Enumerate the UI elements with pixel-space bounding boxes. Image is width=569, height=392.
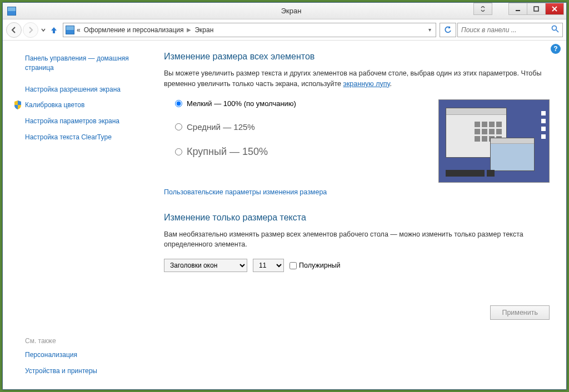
- maximize-icon: [533, 6, 539, 12]
- bold-checkbox-label[interactable]: Полужирный: [290, 262, 341, 269]
- radio-option-medium[interactable]: Средний — 125%: [175, 122, 438, 132]
- up-button[interactable]: [48, 24, 59, 36]
- sidebar-link-devices-printers[interactable]: Устройства и принтеры: [14, 363, 142, 379]
- arrow-up-icon: [49, 26, 58, 34]
- see-also-label: См. также: [14, 334, 142, 347]
- address-dropdown-icon[interactable]: ▾: [428, 27, 431, 33]
- close-button[interactable]: [545, 3, 564, 15]
- radio-medium-input[interactable]: [175, 123, 182, 130]
- navigation-bar: « Оформление и персонализация ▶ Экран ▾: [3, 19, 566, 41]
- search-input[interactable]: [461, 26, 551, 34]
- magnifier-link[interactable]: экранную лупу: [343, 80, 390, 88]
- svg-point-2: [552, 26, 557, 31]
- maximize-button[interactable]: [527, 3, 546, 15]
- sidebar-link-cleartype[interactable]: Настройка текста ClearType: [14, 129, 142, 145]
- preview-image: [438, 99, 550, 183]
- svg-rect-0: [516, 10, 520, 11]
- forward-button[interactable]: [23, 22, 38, 38]
- element-type-select[interactable]: Заголовки окон: [164, 259, 247, 272]
- breadcrumb: « Оформление и персонализация ▶ Экран: [77, 26, 213, 34]
- bold-checkbox[interactable]: [290, 262, 297, 269]
- section-description: Вы можете увеличить размер текста и друг…: [164, 68, 550, 89]
- size-radio-group: Мелкий — 100% (по умолчанию) Средний — 1…: [164, 99, 438, 172]
- breadcrumb-item-current[interactable]: Экран: [194, 26, 213, 34]
- section-title-resize-all: Изменение размера всех элементов: [164, 52, 550, 62]
- titlebar: Экран: [3, 3, 566, 19]
- help-button[interactable]: ?: [551, 44, 561, 54]
- search-box[interactable]: [457, 23, 563, 37]
- section-title-text-only: Изменение только размера текста: [164, 213, 550, 223]
- address-bar[interactable]: « Оформление и персонализация ▶ Экран ▾: [63, 23, 436, 37]
- history-dropdown[interactable]: [39, 24, 47, 36]
- sidebar-link-display-settings[interactable]: Настройка параметров экрана: [14, 113, 142, 129]
- sidebar-link-color-calibration[interactable]: Калибровка цветов: [14, 97, 142, 113]
- refresh-button[interactable]: [440, 23, 456, 37]
- minimize-button[interactable]: [508, 3, 527, 15]
- close-icon: [552, 6, 557, 12]
- sidebar-link-home[interactable]: Панель управления — домашняя страница: [14, 51, 142, 76]
- updown-icon: [480, 6, 486, 12]
- arrow-left-icon: [10, 26, 18, 34]
- font-size-select[interactable]: 11: [253, 259, 284, 272]
- breadcrumb-separator-icon: ▶: [187, 27, 191, 33]
- apply-row: Применить: [164, 305, 550, 320]
- breadcrumb-back-chevron[interactable]: «: [77, 26, 81, 34]
- text-size-controls: Заголовки окон 11 Полужирный: [164, 259, 550, 272]
- sidebar-link-resolution[interactable]: Настройка разрешения экрана: [14, 82, 142, 98]
- refresh-icon: [444, 26, 452, 34]
- sidebar-link-personalization[interactable]: Персонализация: [14, 347, 142, 363]
- section2-description: Вам необязательно изменять размер всех э…: [164, 229, 550, 250]
- body-area: ? Панель управления — домашняя страница …: [3, 41, 566, 389]
- location-icon: [66, 26, 74, 34]
- back-button[interactable]: [6, 22, 22, 38]
- radio-option-small[interactable]: Мелкий — 100% (по умолчанию): [175, 99, 438, 108]
- breadcrumb-item-parent[interactable]: Оформление и персонализация: [84, 26, 184, 34]
- custom-sizing-link[interactable]: Пользовательские параметры изменения раз…: [164, 188, 550, 196]
- radio-option-large[interactable]: Крупный — 150%: [175, 146, 438, 158]
- sidebar: Панель управления — домашняя страница На…: [3, 41, 153, 389]
- search-icon[interactable]: [551, 25, 559, 34]
- chevron-down-icon: [41, 28, 46, 32]
- shield-icon: [14, 100, 22, 109]
- main-content: Изменение размера всех элементов Вы може…: [153, 41, 566, 389]
- size-options-row: Мелкий — 100% (по умолчанию) Средний — 1…: [164, 99, 550, 183]
- control-panel-window: Экран: [2, 2, 567, 390]
- window-icon: [7, 7, 16, 16]
- arrow-right-icon: [27, 26, 34, 34]
- apply-button[interactable]: Применить: [490, 305, 550, 320]
- help-dropdown-button[interactable]: [473, 3, 492, 15]
- radio-large-input[interactable]: [175, 148, 182, 155]
- title-buttons: [474, 3, 564, 15]
- minimize-icon: [515, 6, 521, 12]
- svg-rect-1: [534, 7, 538, 11]
- radio-small-input[interactable]: [175, 100, 182, 107]
